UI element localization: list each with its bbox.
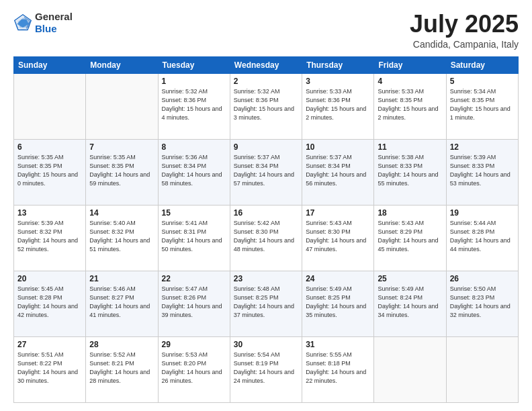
sunset-text: Sunset: 8:18 PM (306, 360, 351, 367)
calendar-week-row: 6 Sunrise: 5:35 AM Sunset: 8:35 PM Dayli… (14, 139, 519, 205)
day-number: 31 (306, 340, 370, 349)
sunset-text: Sunset: 8:36 PM (234, 97, 279, 103)
sunrise-text: Sunrise: 5:37 AM (234, 154, 280, 161)
sunrise-text: Sunrise: 5:49 AM (378, 285, 424, 292)
weekday-header-row: Sunday Monday Tuesday Wednesday Thursday… (14, 56, 519, 73)
sunrise-text: Sunrise: 5:55 AM (306, 351, 352, 358)
day-info: Sunrise: 5:48 AM Sunset: 8:25 PM Dayligh… (234, 285, 298, 320)
daylight-text: Daylight: 14 hours and 22 minutes. (306, 369, 366, 384)
header-saturday: Saturday (446, 56, 518, 73)
sunset-text: Sunset: 8:36 PM (306, 97, 351, 103)
daylight-text: Daylight: 14 hours and 50 minutes. (162, 237, 222, 253)
day-number: 14 (89, 208, 154, 218)
table-row: 5 Sunrise: 5:34 AM Sunset: 8:35 PM Dayli… (446, 73, 518, 139)
day-info: Sunrise: 5:35 AM Sunset: 8:35 PM Dayligh… (17, 153, 82, 188)
header-monday: Monday (86, 56, 158, 73)
table-row: 27 Sunrise: 5:51 AM Sunset: 8:22 PM Dayl… (14, 336, 86, 402)
sunrise-text: Sunrise: 5:35 AM (89, 154, 136, 161)
sunset-text: Sunset: 8:35 PM (378, 97, 423, 103)
day-info: Sunrise: 5:44 AM Sunset: 8:28 PM Dayligh… (450, 219, 515, 254)
day-number: 5 (450, 77, 515, 86)
header-thursday: Thursday (302, 56, 374, 73)
sunrise-text: Sunrise: 5:45 AM (17, 285, 64, 292)
table-row (86, 73, 158, 139)
day-number: 29 (162, 340, 226, 349)
table-row: 26 Sunrise: 5:50 AM Sunset: 8:23 PM Dayl… (446, 271, 518, 336)
day-number: 3 (306, 77, 370, 86)
day-info: Sunrise: 5:33 AM Sunset: 8:36 PM Dayligh… (306, 87, 370, 122)
sunrise-text: Sunrise: 5:32 AM (234, 88, 280, 95)
header-friday: Friday (374, 56, 446, 73)
daylight-text: Daylight: 14 hours and 59 minutes. (89, 171, 150, 187)
sunrise-text: Sunrise: 5:35 AM (17, 154, 64, 161)
day-number: 17 (306, 208, 370, 218)
day-info: Sunrise: 5:38 AM Sunset: 8:33 PM Dayligh… (378, 153, 442, 188)
daylight-text: Daylight: 14 hours and 41 minutes. (89, 303, 150, 318)
day-info: Sunrise: 5:32 AM Sunset: 8:36 PM Dayligh… (234, 87, 298, 122)
table-row: 19 Sunrise: 5:44 AM Sunset: 8:28 PM Dayl… (446, 205, 518, 271)
daylight-text: Daylight: 14 hours and 28 minutes. (89, 369, 150, 384)
table-row: 9 Sunrise: 5:37 AM Sunset: 8:34 PM Dayli… (230, 139, 302, 205)
calendar-week-row: 13 Sunrise: 5:39 AM Sunset: 8:32 PM Dayl… (14, 205, 519, 271)
day-number: 25 (378, 274, 442, 283)
daylight-text: Daylight: 14 hours and 37 minutes. (234, 303, 294, 318)
daylight-text: Daylight: 14 hours and 26 minutes. (162, 369, 222, 384)
table-row: 29 Sunrise: 5:53 AM Sunset: 8:20 PM Dayl… (158, 336, 230, 402)
sunset-text: Sunset: 8:32 PM (17, 228, 62, 235)
day-number: 16 (234, 208, 298, 218)
table-row: 12 Sunrise: 5:39 AM Sunset: 8:33 PM Dayl… (446, 139, 518, 205)
day-info: Sunrise: 5:37 AM Sunset: 8:34 PM Dayligh… (306, 153, 370, 188)
daylight-text: Daylight: 15 hours and 0 minutes. (17, 171, 78, 187)
day-info: Sunrise: 5:36 AM Sunset: 8:34 PM Dayligh… (162, 153, 226, 188)
day-info: Sunrise: 5:33 AM Sunset: 8:35 PM Dayligh… (378, 87, 442, 122)
table-row: 24 Sunrise: 5:49 AM Sunset: 8:25 PM Dayl… (302, 271, 374, 336)
day-info: Sunrise: 5:52 AM Sunset: 8:21 PM Dayligh… (89, 351, 154, 385)
table-row: 14 Sunrise: 5:40 AM Sunset: 8:32 PM Dayl… (86, 205, 158, 271)
table-row: 18 Sunrise: 5:43 AM Sunset: 8:29 PM Dayl… (374, 205, 446, 271)
day-number: 10 (306, 142, 370, 152)
sunset-text: Sunset: 8:23 PM (450, 294, 495, 301)
sunset-text: Sunset: 8:35 PM (89, 163, 134, 169)
sunrise-text: Sunrise: 5:36 AM (162, 154, 208, 161)
sunset-text: Sunset: 8:29 PM (378, 228, 423, 235)
day-info: Sunrise: 5:39 AM Sunset: 8:33 PM Dayligh… (450, 153, 515, 188)
daylight-text: Daylight: 14 hours and 58 minutes. (162, 171, 222, 187)
header-sunday: Sunday (14, 56, 86, 73)
sunrise-text: Sunrise: 5:42 AM (234, 220, 280, 226)
sunset-text: Sunset: 8:32 PM (89, 228, 134, 235)
month-title: July 2025 (410, 11, 519, 38)
sunset-text: Sunset: 8:22 PM (17, 360, 62, 367)
day-number: 1 (162, 77, 226, 86)
daylight-text: Daylight: 14 hours and 57 minutes. (234, 171, 294, 187)
sunset-text: Sunset: 8:33 PM (450, 163, 495, 169)
sunrise-text: Sunrise: 5:37 AM (306, 154, 352, 161)
sunrise-text: Sunrise: 5:40 AM (89, 220, 136, 226)
day-info: Sunrise: 5:43 AM Sunset: 8:29 PM Dayligh… (378, 219, 442, 254)
daylight-text: Daylight: 14 hours and 45 minutes. (378, 237, 438, 253)
header: General Blue July 2025 Candida, Campania… (13, 11, 519, 50)
table-row (14, 73, 86, 139)
day-number: 6 (17, 142, 82, 152)
sunset-text: Sunset: 8:24 PM (378, 294, 423, 301)
day-info: Sunrise: 5:55 AM Sunset: 8:18 PM Dayligh… (306, 351, 370, 385)
daylight-text: Daylight: 14 hours and 47 minutes. (306, 237, 366, 253)
day-info: Sunrise: 5:53 AM Sunset: 8:20 PM Dayligh… (162, 351, 226, 385)
sunrise-text: Sunrise: 5:33 AM (378, 88, 424, 95)
day-number: 8 (162, 142, 226, 152)
day-info: Sunrise: 5:47 AM Sunset: 8:26 PM Dayligh… (162, 285, 226, 320)
day-number: 28 (89, 340, 154, 349)
calendar-page: General Blue July 2025 Candida, Campania… (0, 0, 532, 411)
table-row: 3 Sunrise: 5:33 AM Sunset: 8:36 PM Dayli… (302, 73, 374, 139)
table-row: 6 Sunrise: 5:35 AM Sunset: 8:35 PM Dayli… (14, 139, 86, 205)
logo-text: General Blue (35, 11, 73, 35)
table-row: 23 Sunrise: 5:48 AM Sunset: 8:25 PM Dayl… (230, 271, 302, 336)
header-wednesday: Wednesday (230, 56, 302, 73)
table-row: 22 Sunrise: 5:47 AM Sunset: 8:26 PM Dayl… (158, 271, 230, 336)
daylight-text: Daylight: 15 hours and 1 minute. (450, 105, 511, 121)
day-number: 27 (17, 340, 82, 349)
day-number: 7 (89, 142, 154, 152)
table-row: 2 Sunrise: 5:32 AM Sunset: 8:36 PM Dayli… (230, 73, 302, 139)
day-info: Sunrise: 5:32 AM Sunset: 8:36 PM Dayligh… (162, 87, 226, 122)
sunrise-text: Sunrise: 5:38 AM (378, 154, 424, 161)
day-number: 30 (234, 340, 298, 349)
